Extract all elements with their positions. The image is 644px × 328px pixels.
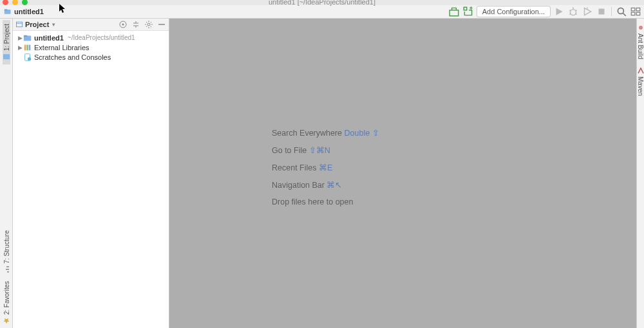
run-button[interactable] [553, 6, 565, 17]
hint-shortcut: ⇧⌘N [309, 146, 330, 155]
hint-text: Drop files here to open [272, 197, 353, 206]
tree-row-external-libs[interactable]: ▶ External Libraries [13, 42, 169, 52]
svg-rect-7 [636, 8, 640, 11]
structure-tool-tab[interactable]: 7: Structure [3, 226, 10, 277]
svg-rect-17 [24, 44, 26, 50]
project-tool-window: Project ▼ ▶ [13, 19, 169, 328]
window-title: untitled1 [~/IdeaProjects/untitled1] [0, 0, 644, 6]
structure-tool-icon [3, 266, 10, 273]
tree-path: ~/IdeaProjects/untitled1 [68, 34, 135, 41]
left-tool-gutter: 1: Project 7: Structure 2: Favorites [0, 19, 13, 328]
ant-tool-label: Ant Build [637, 33, 644, 59]
expand-arrow-icon[interactable]: ▶ [17, 44, 23, 51]
svg-point-5 [618, 8, 623, 14]
svg-point-3 [571, 10, 576, 15]
favorites-tool-icon [3, 316, 10, 324]
tree-label: Scratches and Consoles [34, 53, 111, 61]
hint-text: Go to File [272, 146, 309, 155]
run-config-dropdown[interactable]: Add Configuration... [477, 6, 551, 17]
toolbar-right: Add Configuration... [448, 6, 641, 17]
project-tool-label: 1: Project [3, 24, 10, 51]
hint-shortcut: Double ⇧ [345, 129, 379, 138]
project-tree: ▶ untitled1 ~/IdeaProjects/untitled1 ▶ E… [13, 31, 169, 64]
maven-tool-tab[interactable]: Maven [637, 63, 645, 100]
run-config-label: Add Configuration... [482, 8, 545, 15]
breadcrumb[interactable]: untitled1 [4, 8, 44, 15]
hint-row: Go to File ⇧⌘N [272, 145, 379, 155]
hint-shortcut: ⌘↖ [327, 181, 342, 190]
svg-rect-9 [636, 12, 640, 15]
hint-row: Drop files here to open [272, 197, 379, 206]
editor-area[interactable]: Search Everywhere Double ⇧ Go to File ⇧⌘… [169, 19, 636, 328]
hide-icon[interactable] [157, 20, 166, 29]
svg-rect-16 [24, 35, 27, 37]
tree-label: untitled1 [34, 34, 64, 42]
make-project-button[interactable] [448, 6, 460, 17]
project-tool-tab[interactable]: 1: Project [3, 20, 10, 64]
breadcrumb-project: untitled1 [14, 8, 44, 15]
svg-rect-2 [450, 10, 459, 16]
hint-text: Navigation Bar [272, 181, 327, 190]
tree-row-project-root[interactable]: ▶ untitled1 ~/IdeaProjects/untitled1 [13, 33, 169, 42]
svg-point-14 [147, 23, 150, 26]
svg-point-21 [28, 57, 31, 60]
project-structure-button[interactable] [630, 6, 641, 17]
hint-row: Recent Files ⌘E [272, 163, 379, 172]
favorites-tool-label: 2: Favorites [3, 281, 10, 314]
search-everywhere-button[interactable] [616, 6, 627, 17]
hint-text: Recent Files [272, 163, 319, 172]
run-with-coverage-button[interactable] [582, 6, 593, 17]
locate-icon[interactable] [118, 20, 128, 29]
scratch-icon [23, 53, 32, 62]
titlebar: untitled1 [~/IdeaProjects/untitled1] [0, 0, 644, 5]
hint-row: Navigation Bar ⌘↖ [272, 180, 379, 190]
svg-point-22 [639, 26, 643, 30]
project-view-label: Project [25, 21, 49, 28]
maven-icon [637, 67, 645, 75]
svg-rect-10 [3, 54, 10, 59]
stop-button[interactable] [596, 6, 607, 17]
svg-rect-11 [17, 22, 23, 27]
maven-tool-label: Maven [637, 77, 644, 96]
svg-rect-4 [599, 9, 605, 15]
favorites-tool-tab[interactable]: 2: Favorites [3, 277, 10, 328]
hint-row: Search Everywhere Double ⇧ [272, 128, 379, 138]
svg-point-13 [122, 24, 124, 26]
tree-row-scratches[interactable]: Scratches and Consoles [13, 52, 169, 62]
svg-rect-18 [26, 44, 28, 50]
toolbar-separator [611, 7, 612, 16]
tree-label: External Libraries [34, 44, 90, 51]
project-tool-icon [3, 53, 10, 60]
project-view-icon [15, 21, 23, 28]
svg-rect-1 [5, 9, 8, 10]
build-button[interactable] [462, 6, 474, 17]
project-panel-header: Project ▼ [13, 19, 169, 31]
svg-rect-8 [631, 12, 635, 15]
right-tool-gutter: Ant Build Maven [636, 19, 644, 328]
project-view-dropdown[interactable]: Project ▼ [15, 21, 56, 28]
ant-icon [637, 24, 645, 32]
hint-shortcut: ⌘E [319, 163, 332, 172]
hint-text: Search Everywhere [272, 129, 345, 138]
chevron-down-icon: ▼ [51, 22, 56, 28]
svg-rect-6 [631, 8, 635, 11]
folder-icon [23, 33, 32, 42]
structure-tool-label: 7: Structure [3, 230, 10, 264]
ant-tool-tab[interactable]: Ant Build [637, 20, 645, 63]
library-icon [23, 43, 32, 52]
debug-button[interactable] [567, 6, 579, 17]
expand-arrow-icon[interactable]: ▶ [17, 35, 23, 41]
svg-rect-19 [29, 44, 31, 50]
folder-icon [4, 8, 12, 15]
gear-icon[interactable] [144, 20, 153, 29]
empty-editor-hints: Search Everywhere Double ⇧ Go to File ⇧⌘… [272, 128, 379, 214]
navigation-bar: untitled1 Add Configuration... [0, 5, 644, 19]
collapse-all-icon[interactable] [131, 20, 140, 29]
